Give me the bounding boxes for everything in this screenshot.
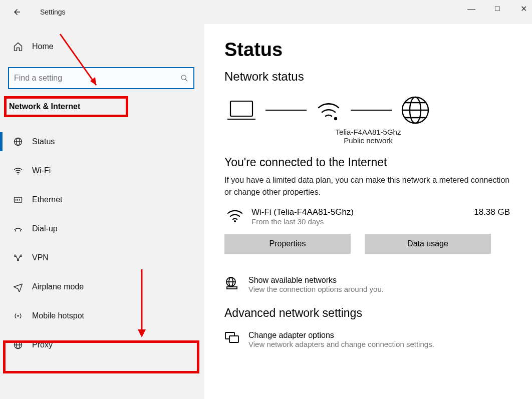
sidebar-item-proxy[interactable]: Proxy	[7, 331, 197, 358]
search-input[interactable]	[14, 74, 180, 83]
svg-point-22	[234, 220, 236, 222]
window-title: Settings	[40, 8, 66, 16]
svg-point-0	[181, 75, 186, 80]
back-button[interactable]	[9, 4, 25, 20]
minimize-button[interactable]: —	[465, 5, 478, 14]
svg-line-1	[185, 79, 187, 81]
adapter-title: Change adapter options	[248, 331, 434, 340]
sidebar-item-wifi[interactable]: Wi-Fi	[7, 157, 197, 184]
wifi-icon	[226, 207, 243, 223]
connected-heading: You're connected to the Internet	[224, 156, 512, 169]
sidebar-item-label: Ethernet	[32, 195, 62, 204]
globe-icon	[11, 137, 25, 147]
svg-point-5	[18, 174, 19, 175]
wifi-icon	[316, 98, 342, 123]
page-subtitle: Network status	[224, 70, 512, 84]
connection-name: Wi-Fi (Telia-F4AA81-5Ghz)	[251, 207, 466, 217]
svg-rect-6	[15, 197, 22, 202]
maximize-button[interactable]: ☐	[491, 5, 504, 13]
vpn-icon	[11, 253, 25, 262]
svg-point-11	[17, 259, 19, 261]
sidebar-item-ethernet[interactable]: Ethernet	[7, 186, 197, 213]
sidebar-item-vpn[interactable]: VPN	[7, 244, 197, 271]
svg-point-12	[17, 315, 19, 316]
back-arrow-icon	[13, 8, 22, 17]
sidebar-item-label: VPN	[32, 253, 49, 262]
adapter-options-link[interactable]: Change adapter options View network adap…	[224, 331, 512, 348]
show-networks-title: Show available networks	[248, 276, 384, 285]
sidebar-item-status[interactable]: Status	[7, 128, 197, 155]
laptop-icon	[226, 98, 256, 122]
diagram-network-type: Public network	[224, 136, 512, 145]
content-pane: Status Network status Telia-F4AA81-5Ghz …	[204, 24, 532, 399]
adapter-sub: View network adapters and change connect…	[248, 340, 434, 348]
page-title: Status	[224, 39, 512, 61]
sidebar-home[interactable]: Home	[7, 33, 197, 60]
show-networks-sub: View the connection options around you.	[248, 285, 384, 293]
globe-icon	[11, 340, 25, 350]
connection-period: From the last 30 days	[251, 217, 466, 226]
svg-rect-28	[229, 336, 238, 342]
show-networks-link[interactable]: Show available networks View the connect…	[224, 276, 512, 293]
sidebar-item-label: Mobile hotspot	[32, 311, 84, 320]
sidebar-section-header: Network & Internet	[7, 98, 197, 115]
title-bar: Settings — ☐ ✕	[0, 0, 532, 24]
sidebar: Home Network & Internet Status Wi-Fi	[0, 24, 204, 399]
close-button[interactable]: ✕	[517, 4, 530, 14]
sidebar-item-label: Dial-up	[32, 224, 58, 233]
sidebar-item-label: Status	[32, 137, 55, 146]
connected-body: If you have a limited data plan, you can…	[224, 174, 512, 198]
connection-summary: Wi-Fi (Telia-F4AA81-5Ghz) From the last …	[226, 207, 512, 226]
window-controls: — ☐ ✕	[465, 4, 530, 14]
sidebar-item-airplane[interactable]: Airplane mode	[7, 273, 197, 300]
home-icon	[11, 42, 25, 52]
data-usage-button[interactable]: Data usage	[365, 234, 491, 254]
sidebar-item-label: Wi-Fi	[32, 166, 51, 175]
svg-point-7	[15, 230, 16, 231]
svg-rect-16	[230, 101, 252, 116]
search-box[interactable]	[8, 67, 194, 89]
svg-point-8	[20, 230, 21, 231]
globe-icon	[401, 96, 430, 125]
connection-usage: 18.38 GB	[474, 207, 510, 217]
network-diagram	[226, 96, 512, 125]
svg-point-18	[334, 117, 337, 120]
properties-button[interactable]: Properties	[224, 234, 351, 254]
svg-rect-26	[227, 287, 237, 289]
search-icon	[180, 74, 188, 82]
hotspot-icon	[11, 311, 25, 321]
sidebar-item-dialup[interactable]: Dial-up	[7, 215, 197, 242]
diagram-caption: Telia-F4AA81-5Ghz Public network	[224, 128, 512, 145]
sidebar-item-label: Airplane mode	[32, 282, 84, 291]
sidebar-item-label: Proxy	[32, 340, 53, 349]
sidebar-home-label: Home	[32, 42, 54, 51]
adapter-icon	[224, 331, 239, 344]
advanced-heading: Advanced network settings	[224, 306, 512, 320]
diagram-ssid: Telia-F4AA81-5Ghz	[224, 128, 512, 136]
sidebar-item-hotspot[interactable]: Mobile hotspot	[7, 302, 197, 329]
dialup-icon	[11, 224, 25, 233]
globe-monitor-icon	[224, 276, 239, 291]
airplane-icon	[11, 282, 25, 292]
ethernet-icon	[11, 195, 25, 205]
wifi-icon	[11, 166, 25, 176]
